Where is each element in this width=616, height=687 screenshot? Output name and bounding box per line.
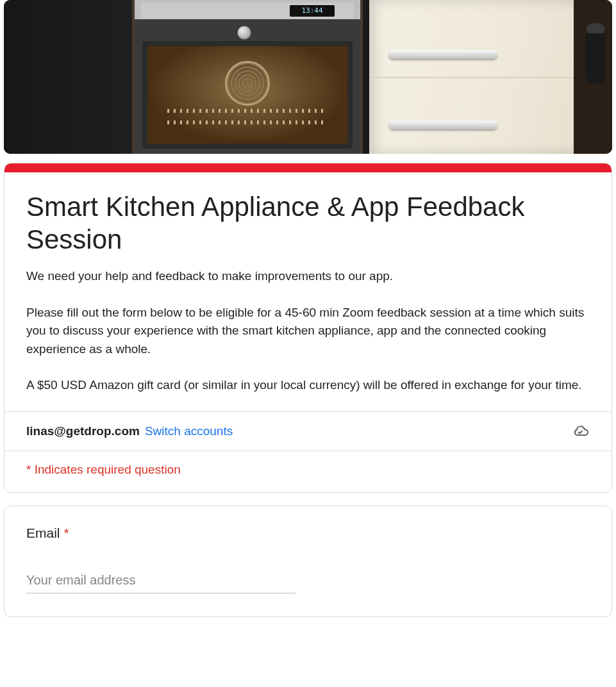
description-paragraph: Please fill out the form below to be eli… <box>26 304 590 359</box>
switch-accounts-link[interactable]: Switch accounts <box>145 424 233 438</box>
question-label: Email <box>26 526 60 541</box>
form-description: We need your help and feedback to make i… <box>26 267 590 395</box>
description-paragraph: A $50 USD Amazon gift card (or similar i… <box>26 376 590 395</box>
required-indicator-note: * Indicates required question <box>4 451 612 492</box>
oven-clock: 13:44 <box>290 5 335 17</box>
email-input[interactable] <box>26 570 296 593</box>
form-title: Smart Kitchen Appliance & App Feedback S… <box>26 190 590 256</box>
account-row: linas@getdrop.com Switch accounts <box>4 412 612 451</box>
required-asterisk: * <box>64 526 69 541</box>
form-header-card: Smart Kitchen Appliance & App Feedback S… <box>4 163 612 493</box>
accent-bar <box>4 163 612 172</box>
account-email: linas@getdrop.com <box>26 424 140 438</box>
header-image: 13:44 <box>4 0 612 154</box>
cloud-saved-icon <box>570 424 590 439</box>
description-paragraph: We need your help and feedback to make i… <box>26 267 590 286</box>
question-card-email: Email * <box>4 506 612 617</box>
form-page: 13:44 Smart Kitchen Appliance & App Feed… <box>0 0 616 643</box>
